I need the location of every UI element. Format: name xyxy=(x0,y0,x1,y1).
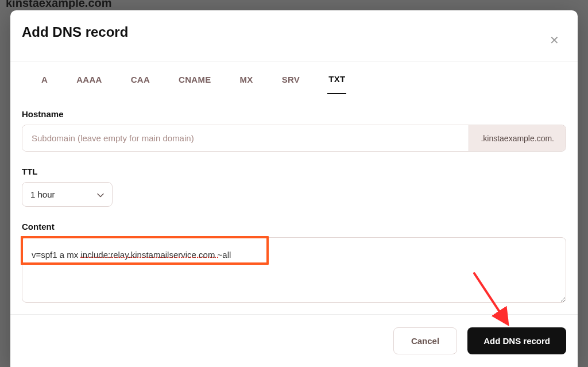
modal-footer: Cancel Add DNS record xyxy=(10,314,578,367)
tab-cname[interactable]: CNAME xyxy=(177,74,212,94)
modal-header: Add DNS record ✕ xyxy=(10,10,578,61)
record-type-tabs: A AAAA CAA CNAME MX SRV TXT xyxy=(22,61,566,94)
tab-a[interactable]: A xyxy=(40,74,49,94)
ttl-section: TTL 1 hour xyxy=(22,167,566,207)
ttl-label: TTL xyxy=(22,167,566,176)
tab-srv[interactable]: SRV xyxy=(281,74,301,94)
tab-mx[interactable]: MX xyxy=(239,74,254,94)
content-textarea[interactable] xyxy=(22,237,566,303)
hostname-label: Hostname xyxy=(22,109,566,119)
ttl-select[interactable]: 1 hour xyxy=(22,182,113,207)
close-icon: ✕ xyxy=(550,34,559,47)
hostname-suffix: .kinstaexample.com. xyxy=(469,125,566,151)
close-button[interactable]: ✕ xyxy=(547,31,562,49)
modal-body: A AAAA CAA CNAME MX SRV TXT Hostname .ki… xyxy=(10,61,578,314)
ttl-value: 1 hour xyxy=(30,190,55,199)
content-section: Content xyxy=(22,222,566,305)
chevron-down-icon xyxy=(97,190,104,199)
modal-title: Add DNS record xyxy=(22,24,128,40)
content-label: Content xyxy=(22,222,566,231)
hostname-section: Hostname .kinstaexample.com. xyxy=(22,109,566,152)
hostname-input[interactable] xyxy=(22,125,469,151)
cancel-button[interactable]: Cancel xyxy=(393,327,457,354)
tab-caa[interactable]: CAA xyxy=(130,74,151,94)
tab-txt[interactable]: TXT xyxy=(327,74,346,94)
add-dns-record-modal: Add DNS record ✕ A AAAA CAA CNAME MX SRV… xyxy=(10,10,578,367)
hostname-input-row: .kinstaexample.com. xyxy=(22,125,566,152)
content-wrapper xyxy=(22,237,566,305)
background-domain-header: kinstaexample.com xyxy=(0,0,588,10)
add-dns-record-button[interactable]: Add DNS record xyxy=(467,327,566,354)
tab-aaaa[interactable]: AAAA xyxy=(75,74,103,94)
